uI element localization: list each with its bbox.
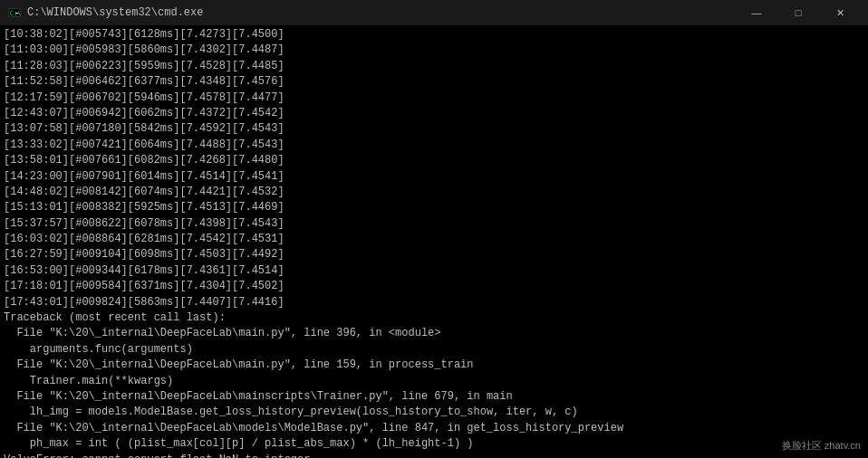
svg-rect-3: [15, 13, 19, 14]
title-bar-title: C:\WINDOWS\system32\cmd.exe: [27, 6, 203, 19]
maximize-button[interactable]: □: [777, 0, 819, 25]
minimize-button[interactable]: —: [736, 0, 777, 25]
terminal-lines: [10:38:02][#005743][6128ms][7.4273][7.45…: [4, 27, 864, 458]
close-button[interactable]: ✕: [819, 0, 861, 25]
cmd-icon: C:\: [7, 5, 22, 20]
title-bar: C:\ C:\WINDOWS\system32\cmd.exe — □ ✕: [0, 0, 868, 25]
title-bar-controls: — □ ✕: [736, 0, 861, 25]
title-bar-left: C:\ C:\WINDOWS\system32\cmd.exe: [7, 5, 203, 20]
watermark: 换脸社区 zhatv.cn: [778, 437, 864, 454]
terminal-output: [10:38:02][#005743][6128ms][7.4273][7.45…: [0, 25, 868, 458]
